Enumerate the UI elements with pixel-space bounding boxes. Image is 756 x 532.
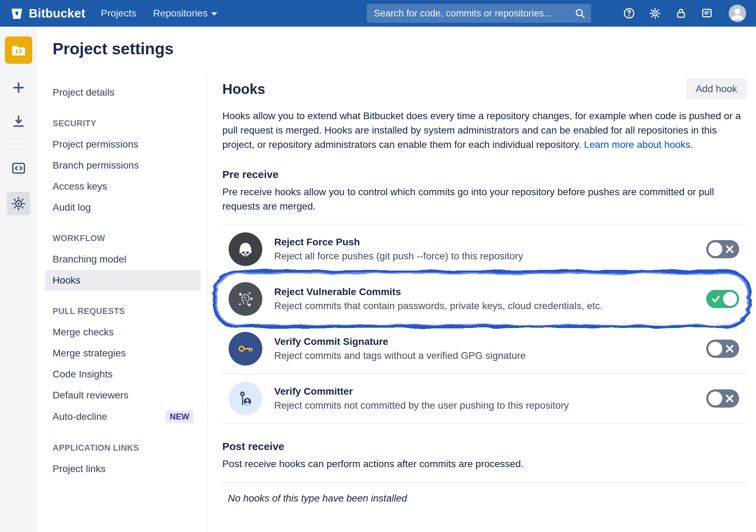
navbar-icon-group (623, 5, 746, 22)
hook-toggle-verify-committer[interactable] (706, 389, 739, 408)
code-icon (11, 161, 26, 176)
hook-toggle-reject-force-push[interactable] (706, 240, 739, 258)
gear-icon[interactable] (649, 7, 661, 20)
sidebar-item-project-permissions[interactable]: Project permissions (45, 134, 201, 155)
search-input[interactable] (367, 4, 591, 23)
nav-projects[interactable]: Projects (101, 8, 136, 19)
auto-decline-label: Auto-decline (53, 411, 107, 422)
hook-name: Reject Force Push (274, 237, 694, 248)
toggle-check-icon (711, 294, 720, 303)
nav-heading-workflow: WORKFLOW (53, 233, 201, 243)
main-content: Project settings Project details SECURIT… (37, 27, 756, 532)
lock-icon[interactable] (675, 7, 687, 20)
source-code-button[interactable] (9, 158, 28, 178)
hook-name: Reject Vulnerable Commits (274, 286, 694, 298)
nav-heading-pull-requests: PULL REQUESTS (53, 306, 201, 316)
key-icon (229, 332, 262, 366)
global-search (367, 4, 591, 23)
hook-row-reject-force-push: Reject Force Push Reject all force pushe… (222, 225, 747, 274)
toggle-knob (723, 292, 737, 306)
sidebar-item-access-keys[interactable]: Access keys (45, 176, 201, 197)
hook-description: Reject commits that contain passwords, p… (274, 300, 694, 312)
toggle-knob (708, 391, 722, 405)
search-icon[interactable] (574, 8, 586, 19)
rail-divider (9, 144, 28, 144)
hook-description: Reject commits not committed by the user… (274, 400, 694, 411)
user-avatar[interactable] (729, 5, 746, 22)
post-receive-heading: Post receive (222, 441, 747, 452)
post-receive-divider (222, 482, 747, 483)
settings-columns: Project details SECURITY Project permiss… (53, 79, 756, 532)
sidebar-item-project-links[interactable]: Project links (45, 458, 201, 479)
hook-text: Reject Force Push Reject all force pushe… (274, 237, 694, 262)
hook-name: Verify Committer (274, 386, 694, 397)
top-navbar: Bitbucket Projects Repositories (0, 0, 756, 27)
face-stars-icon (229, 282, 262, 316)
sidebar-item-project-details[interactable]: Project details (45, 82, 201, 103)
hook-toggle-reject-vulnerable-commits[interactable] (706, 290, 739, 308)
sidebar-item-auto-decline[interactable]: Auto-decline NEW (45, 406, 201, 428)
settings-nav: Project details SECURITY Project permiss… (53, 79, 208, 532)
bitbucket-logo[interactable]: Bitbucket (10, 6, 85, 20)
toggle-knob (708, 342, 722, 356)
pre-receive-description: Pre receive hooks allow you to control w… (222, 185, 747, 213)
page-title: Project settings (53, 39, 756, 58)
pre-receive-heading: Pre receive (222, 169, 747, 180)
download-icon (11, 114, 26, 129)
new-badge: NEW (166, 411, 194, 423)
chevron-down-icon (211, 12, 217, 16)
commit-user-icon (229, 382, 262, 415)
nav-heading-application-links: APPLICATION LINKS (53, 443, 201, 453)
settings-gear-icon (11, 196, 26, 211)
create-button[interactable] (9, 78, 28, 97)
feedback-icon[interactable] (701, 7, 713, 20)
nav-repositories-label: Repositories (153, 8, 208, 19)
sidebar-item-branch-permissions[interactable]: Branch permissions (45, 155, 201, 176)
hook-text: Verify Commit Signature Reject commits a… (274, 336, 694, 361)
post-receive-description: Post receive hooks can perform actions a… (222, 457, 747, 471)
project-avatar[interactable] (5, 36, 32, 64)
toggle-x-icon (725, 245, 734, 254)
brand-name: Bitbucket (29, 6, 85, 20)
hook-name: Verify Commit Signature (274, 336, 694, 347)
primary-nav: Projects Repositories (101, 8, 217, 19)
toggle-x-icon (725, 344, 734, 353)
settings-rail-button[interactable] (7, 192, 30, 215)
help-icon[interactable] (623, 7, 635, 20)
hooks-panel: Hooks Add hook Hooks allow you to extend… (208, 79, 756, 532)
sidebar-item-code-insights[interactable]: Code Insights (45, 364, 201, 385)
bitbucket-bucket-icon (10, 6, 24, 20)
hook-text: Reject Vulnerable Commits Reject commits… (274, 286, 694, 312)
toggle-knob (708, 242, 722, 256)
folder-code-icon (9, 41, 28, 59)
hook-description: Reject all force pushes (git push --forc… (274, 251, 694, 262)
hook-text: Verify Committer Reject commits not comm… (274, 386, 694, 411)
sidebar-item-merge-checks[interactable]: Merge checks (45, 322, 201, 343)
sidebar-item-default-reviewers[interactable]: Default reviewers (45, 385, 201, 406)
hook-description: Reject commits and tags without a verifi… (274, 350, 694, 361)
hook-row-reject-vulnerable-commits: Reject Vulnerable Commits Reject commits… (222, 274, 747, 324)
left-icon-rail (0, 27, 37, 532)
hook-row-verify-commit-signature: Verify Commit Signature Reject commits a… (222, 324, 747, 374)
post-receive-empty-message: No hooks of this type have been installe… (228, 493, 747, 504)
vader-icon (229, 232, 262, 266)
nav-heading-security: SECURITY (53, 118, 201, 128)
sidebar-item-branching-model[interactable]: Branching model (45, 249, 201, 270)
hooks-header: Hooks Add hook (222, 79, 747, 100)
app-shell: Project settings Project details SECURIT… (0, 27, 756, 532)
sidebar-item-merge-strategies[interactable]: Merge strategies (45, 343, 201, 364)
sidebar-item-hooks[interactable]: Hooks (45, 270, 201, 291)
learn-more-link[interactable]: Learn more about hooks (584, 139, 690, 150)
hooks-heading: Hooks (222, 81, 265, 97)
sidebar-item-audit-log[interactable]: Audit log (45, 197, 201, 218)
hook-toggle-verify-commit-signature[interactable] (706, 340, 739, 358)
toggle-x-icon (725, 394, 734, 403)
plus-icon (11, 80, 26, 95)
hook-row-verify-committer: Verify Committer Reject commits not comm… (222, 374, 747, 424)
hooks-intro: Hooks allow you to extend what Bitbucket… (222, 109, 747, 152)
add-hook-button[interactable]: Add hook (686, 79, 747, 100)
hooks-intro-suffix: . (690, 139, 693, 150)
clone-download-button[interactable] (9, 111, 28, 131)
nav-repositories[interactable]: Repositories (153, 8, 217, 19)
pre-receive-hook-list: Reject Force Push Reject all force pushe… (222, 224, 747, 424)
